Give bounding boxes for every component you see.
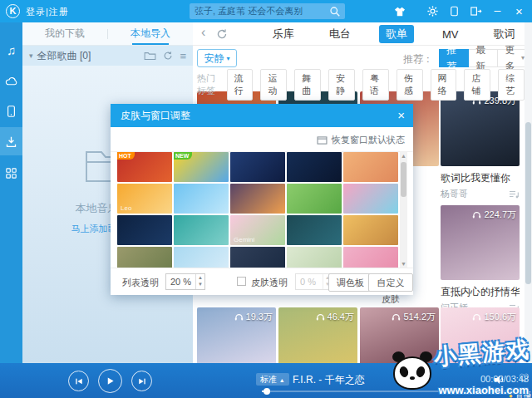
tab-歌词[interactable]: 歌词: [487, 25, 522, 43]
skin-transparency-checkbox[interactable]: [237, 277, 246, 286]
skin-thumbnail-17[interactable]: Taurus: [174, 247, 229, 268]
tag-网络[interactable]: 网络: [431, 69, 457, 101]
tag-安静[interactable]: 安静: [328, 69, 355, 101]
skin-scrollbar-thumb[interactable]: [401, 162, 406, 197]
mini-mode-icon[interactable]: [470, 5, 482, 17]
card-cover-image[interactable]: 46.4万: [278, 307, 357, 363]
skin-thumbnail-16[interactable]: [117, 247, 172, 268]
skin-transparency-spinner[interactable]: 0 % ▲▼: [295, 273, 332, 290]
skin-thumbnail-2[interactable]: NEW: [174, 152, 229, 182]
scroll-down-icon[interactable]: ▼: [400, 261, 407, 267]
tag-伤感[interactable]: 伤感: [397, 69, 423, 101]
volume-icon[interactable]: [494, 375, 505, 385]
play-button[interactable]: [98, 369, 122, 393]
skin-thumbnail-20[interactable]: [343, 247, 398, 268]
open-folder-icon[interactable]: [144, 51, 156, 61]
left-tab-2[interactable]: 本地导入: [108, 22, 193, 45]
scrollbar-thumb[interactable]: [525, 122, 531, 284]
dialog-close-icon[interactable]: ×: [397, 104, 405, 127]
skin-thumbnail-3[interactable]: [230, 152, 285, 182]
restore-window-button[interactable]: 恢复窗口默认状态: [317, 134, 405, 146]
skin-thumbnail-10[interactable]: [343, 184, 398, 214]
refresh-icon[interactable]: [163, 51, 173, 61]
card-cover-image[interactable]: 19.3万: [197, 307, 276, 363]
search-input[interactable]: [190, 7, 329, 17]
skin-thumbnail-4[interactable]: [287, 152, 342, 182]
progress-knob[interactable]: [264, 388, 270, 395]
mobile-device-icon[interactable]: [448, 5, 461, 17]
custom-skin-button[interactable]: 自定义皮肤: [368, 273, 413, 292]
minimize-button[interactable]: –: [491, 3, 504, 16]
card-cover-image[interactable]: 514.2万: [360, 307, 439, 363]
card-cover-image[interactable]: 224.7万: [441, 205, 520, 280]
skin-thumbnail-1[interactable]: HOT: [117, 152, 172, 182]
progress-bar[interactable]: [262, 391, 524, 392]
rail-download-item[interactable]: [0, 127, 22, 155]
login-register-link[interactable]: 登录|注册: [26, 6, 69, 18]
previous-icon: [75, 377, 83, 386]
skin-thumbnail-14[interactable]: [287, 215, 342, 245]
settings-gear-icon[interactable]: [426, 5, 439, 17]
all-songs-header[interactable]: ▾ 全部歌曲 [0] ≡: [22, 46, 193, 66]
add-to-list-icon[interactable]: [510, 190, 520, 199]
skin-thumbnail-9[interactable]: [287, 184, 342, 214]
card-cover-image[interactable]: 150.6万: [441, 307, 520, 363]
list-transparency-spinner[interactable]: 20 % ▲▼: [165, 273, 205, 290]
skin-grid-scrollbar[interactable]: ▲ ▼: [400, 152, 407, 268]
now-playing-title[interactable]: F.I.R. - 千年之恋: [293, 373, 365, 387]
tab-电台[interactable]: 电台: [323, 25, 357, 43]
chevron-up-icon: ▲: [279, 377, 285, 383]
category-dropdown[interactable]: 安静 ▾: [197, 49, 237, 67]
skin-thumbnail-13[interactable]: Gemini: [230, 215, 285, 245]
rail-cloud-item[interactable]: [0, 68, 22, 93]
skin-thumbnail-6[interactable]: Leo: [117, 184, 172, 214]
favorite-heart-icon[interactable]: ♡: [519, 371, 530, 385]
skin-thumbnail-7[interactable]: [174, 184, 229, 214]
main-scrollbar[interactable]: [525, 22, 532, 363]
tag-店铺[interactable]: 店铺: [464, 69, 490, 101]
skin-thumbnail-8[interactable]: [230, 184, 285, 214]
sort-option-推荐[interactable]: 推荐: [439, 49, 469, 67]
next-track-button[interactable]: [131, 371, 152, 391]
song-count: [0]: [80, 50, 91, 61]
tab-乐库[interactable]: 乐库: [266, 25, 301, 43]
search-icon[interactable]: [329, 6, 341, 17]
page-refresh-icon[interactable]: [216, 28, 228, 40]
play-count-badge: 224.7万: [472, 209, 516, 221]
tab-MV[interactable]: MV: [436, 27, 466, 42]
hamburger-icon[interactable]: ≡: [180, 50, 186, 62]
skin-thumbnail-11[interactable]: [117, 215, 172, 245]
quality-badge[interactable]: 标准 ▲: [256, 373, 289, 386]
headphones-icon: [392, 313, 401, 321]
previous-track-button[interactable]: [68, 371, 89, 391]
tag-综艺[interactable]: 综艺: [498, 69, 525, 101]
tag-运动[interactable]: 运动: [260, 69, 287, 101]
sort-option-最新[interactable]: 最新: [469, 49, 498, 67]
rail-apps-item[interactable]: [0, 160, 22, 185]
rail-device-item[interactable]: [0, 99, 22, 124]
tag-粤语[interactable]: 粤语: [362, 69, 389, 101]
playlist-card-4: 239.8万歌词比我更懂你杨哥哥: [441, 91, 520, 200]
spinner-arrows-icon[interactable]: ▲▼: [195, 274, 204, 289]
skin-thumbnail-15[interactable]: [343, 215, 398, 245]
left-tab-1[interactable]: 我的下载: [22, 22, 107, 45]
card-title[interactable]: 直抵内心的抒情华语: [441, 285, 520, 299]
skin-thumbnail-12[interactable]: [174, 215, 229, 245]
skin-thumbnail-18[interactable]: [230, 247, 285, 268]
dialog-title-bar[interactable]: 皮肤与窗口调整 ×: [111, 104, 413, 127]
skin-thumbnail-19[interactable]: [287, 247, 342, 268]
palette-button[interactable]: 调色板: [328, 273, 372, 292]
back-arrow-icon[interactable]: ‹: [201, 25, 205, 40]
scroll-up-icon[interactable]: ▲: [400, 153, 407, 159]
card-author[interactable]: 杨哥哥: [441, 188, 468, 200]
tag-流行[interactable]: 流行: [227, 69, 254, 101]
dialog-tabs: 恢复窗口默认状态: [111, 127, 413, 152]
close-button[interactable]: ×: [513, 5, 525, 17]
card-cover-image[interactable]: 239.8万: [441, 91, 520, 166]
tag-舞曲[interactable]: 舞曲: [294, 69, 321, 101]
rail-music-item[interactable]: ♫: [0, 37, 22, 62]
card-title[interactable]: 歌词比我更懂你: [441, 171, 520, 185]
tab-歌单[interactable]: 歌单: [379, 25, 414, 43]
skin-shirt-icon[interactable]: [393, 5, 406, 17]
skin-thumbnail-5[interactable]: [343, 152, 398, 182]
